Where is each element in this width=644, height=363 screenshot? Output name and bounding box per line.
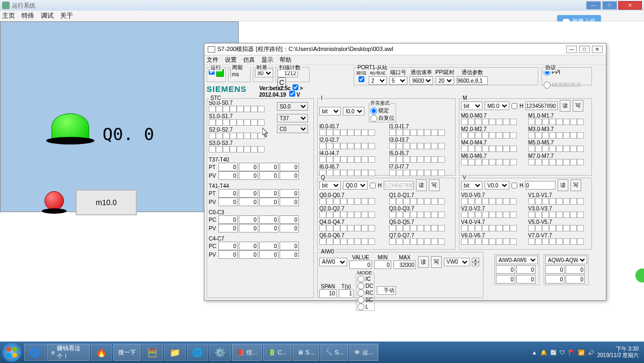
bit-cell[interactable] — [326, 238, 333, 245]
bit-cell[interactable] — [368, 129, 375, 136]
bit-cell[interactable] — [577, 238, 584, 245]
bit-cell[interactable] — [461, 132, 468, 139]
bit-cell[interactable] — [556, 225, 563, 231]
bit-cell[interactable] — [326, 212, 333, 218]
bit-cell[interactable] — [563, 159, 570, 165]
tray-net-icon[interactable]: 📶 — [578, 350, 584, 355]
bit-cell[interactable] — [368, 156, 375, 163]
bit-cell[interactable] — [361, 238, 368, 245]
bit-cell[interactable] — [361, 170, 368, 176]
task-icon-1[interactable]: 🌀 — [24, 344, 46, 361]
aiw-write[interactable]: 写 — [431, 256, 442, 268]
bit-cell[interactable] — [438, 129, 445, 136]
q-h-chk[interactable] — [370, 183, 376, 188]
s-select-1[interactable]: T37 — [277, 114, 308, 122]
bit-cell[interactable] — [410, 198, 417, 205]
bit-cell[interactable] — [549, 238, 556, 245]
task-icon-browser[interactable]: 🌐 — [187, 344, 208, 361]
bit-cell[interactable] — [496, 159, 503, 165]
v-addr-select[interactable]: V0.0 — [485, 181, 509, 190]
bit-cell[interactable] — [563, 225, 570, 231]
bit-cell[interactable] — [489, 212, 496, 218]
bit-cell[interactable] — [368, 212, 375, 218]
switch-reset[interactable]: 自复位 — [370, 114, 394, 122]
bit-cell[interactable] — [403, 170, 410, 176]
tray-bell-icon[interactable]: 🔔 — [540, 350, 547, 355]
tray-clock[interactable]: 下午 3:30 2019/11/2 星期六 — [597, 346, 639, 359]
bit-cell[interactable] — [417, 238, 424, 245]
bit-cell[interactable] — [556, 132, 563, 139]
sim-max-button[interactable]: □ — [579, 46, 590, 53]
bit-cell[interactable] — [347, 129, 354, 136]
bit-cell[interactable] — [489, 119, 496, 125]
bit-cell[interactable] — [535, 159, 542, 165]
bit-cell[interactable] — [475, 198, 482, 205]
m10-button[interactable]: m10.0 — [76, 190, 137, 215]
bit-cell[interactable] — [577, 119, 584, 125]
q-h-input[interactable] — [384, 181, 414, 190]
bit-cell[interactable] — [503, 119, 510, 125]
bit-cell[interactable] — [489, 146, 496, 152]
bit-cell[interactable] — [468, 225, 475, 231]
bit-cell[interactable] — [563, 119, 570, 125]
bit-cell[interactable] — [482, 146, 489, 152]
bit-cell[interactable] — [237, 133, 244, 139]
bit-cell[interactable] — [396, 170, 403, 176]
bit-cell[interactable] — [347, 238, 354, 245]
m-h-chk[interactable] — [511, 103, 517, 109]
bit-cell[interactable] — [528, 159, 535, 165]
bit-cell[interactable] — [389, 170, 396, 176]
bit-cell[interactable] — [431, 129, 438, 136]
bit-cell[interactable] — [528, 238, 535, 245]
bit-cell[interactable] — [424, 129, 431, 136]
bit-cell[interactable] — [475, 132, 482, 139]
minimize-button[interactable]: — — [586, 1, 601, 10]
bit-cell[interactable] — [535, 119, 542, 125]
bit-cell[interactable] — [482, 238, 489, 245]
aiw-min[interactable] — [374, 260, 391, 269]
bit-cell[interactable] — [361, 212, 368, 218]
bit-cell[interactable] — [461, 159, 468, 165]
bit-cell[interactable] — [258, 146, 265, 153]
mode-IC[interactable]: IC — [357, 275, 373, 282]
bit-cell[interactable] — [396, 225, 403, 231]
task-app-2[interactable]: 📗 C... — [263, 344, 291, 361]
bit-cell[interactable] — [417, 143, 424, 149]
bit-cell[interactable] — [431, 198, 438, 205]
bit-cell[interactable] — [503, 238, 510, 245]
i-addr-select[interactable]: I0.0 — [343, 107, 364, 115]
bit-cell[interactable] — [549, 159, 556, 165]
bit-cell[interactable] — [347, 156, 354, 163]
bit-cell[interactable] — [209, 119, 216, 126]
bit-cell[interactable] — [389, 129, 396, 136]
bit-cell[interactable] — [333, 238, 340, 245]
bit-cell[interactable] — [438, 212, 445, 218]
aiw-span[interactable] — [319, 289, 336, 298]
bit-cell[interactable] — [570, 238, 577, 245]
bit-cell[interactable] — [326, 198, 333, 205]
bit-cell[interactable] — [424, 156, 431, 163]
bit-cell[interactable] — [209, 133, 216, 139]
bit-cell[interactable] — [542, 146, 549, 152]
tray-up-icon[interactable]: ▲ — [532, 350, 537, 355]
bit-cell[interactable] — [468, 238, 475, 245]
bit-cell[interactable] — [417, 198, 424, 205]
bit-cell[interactable] — [244, 133, 251, 139]
m-write-button[interactable]: 写 — [573, 100, 583, 112]
bit-cell[interactable] — [542, 212, 549, 218]
bit-cell[interactable] — [354, 212, 361, 218]
bit-cell[interactable] — [403, 143, 410, 149]
bit-cell[interactable] — [528, 132, 535, 139]
bit-cell[interactable] — [251, 106, 258, 112]
bit-cell[interactable] — [475, 119, 482, 125]
bit-cell[interactable] — [340, 212, 347, 218]
bit-cell[interactable] — [468, 119, 475, 125]
bit-cell[interactable] — [368, 143, 375, 149]
bit-cell[interactable] — [319, 238, 326, 245]
bit-cell[interactable] — [510, 146, 517, 152]
bit-cell[interactable] — [461, 212, 468, 218]
task-app-1[interactable]: 📕 信... — [232, 344, 262, 361]
bit-cell[interactable] — [361, 225, 368, 231]
bit-cell[interactable] — [563, 132, 570, 139]
bit-cell[interactable] — [319, 212, 326, 218]
